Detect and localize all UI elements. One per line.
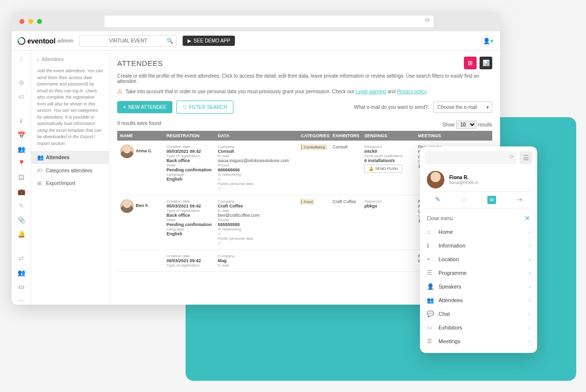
sidebar-item-attendees[interactable]: 👥 Attendees xyxy=(31,151,109,164)
page-description: Create or edit the profile of the event … xyxy=(117,73,492,84)
browser-titlebar xyxy=(12,12,500,31)
chat-icon: 💬 xyxy=(427,310,434,317)
grid-icon: ⊞ xyxy=(37,180,43,186)
maximize-window-icon[interactable] xyxy=(37,19,42,24)
page-title: ATTENDEES xyxy=(117,59,163,67)
close-window-icon[interactable] xyxy=(20,19,24,24)
search-icon: 🔍 xyxy=(167,38,173,44)
profile-email: fiona@mollit.in xyxy=(449,180,478,185)
chevron-right-icon: › xyxy=(529,298,530,303)
menu-item-chat[interactable]: 💬Chat› xyxy=(425,307,532,321)
category-badge: Consultancy xyxy=(301,144,327,150)
chevron-right-icon: › xyxy=(529,339,530,344)
tag-icon: 🏷 xyxy=(37,167,43,173)
chevron-right-icon: › xyxy=(529,229,530,235)
menu-item-exhibitors[interactable]: ▭Exhibitors› xyxy=(425,321,532,334)
warning-icon: ⚠ xyxy=(117,88,123,95)
attendees-rail-icon[interactable]: 👥 xyxy=(18,269,25,276)
breadcrumb[interactable]: ‹ Attendees xyxy=(31,55,109,64)
check-icon: ✓ xyxy=(218,241,295,246)
bell-icon[interactable]: 🔔 xyxy=(18,230,25,238)
mobile-menu: ☰ Fiona R. fiona@mollit.in ✎ ☆ ✉ ⇥ Close… xyxy=(420,146,537,353)
mail-icon[interactable]: ✉ xyxy=(487,196,496,204)
logo-icon xyxy=(16,35,27,46)
sidebar: ‹ Attendees Add the event attendees. You… xyxy=(31,51,109,305)
users-icon: 👥 xyxy=(37,154,43,161)
mobile-search[interactable] xyxy=(425,151,517,164)
privacy-link[interactable]: Privacy policy xyxy=(397,89,426,94)
sidebar-item-export[interactable]: ⊞ Export/Import xyxy=(31,177,109,190)
chevron-right-icon: › xyxy=(529,311,530,317)
play-icon: ▶ xyxy=(188,38,191,43)
menu-item-home[interactable]: ⌂Home› xyxy=(425,225,532,239)
see-demo-button[interactable]: ▶ SEE DEMO APP xyxy=(183,36,235,46)
url-bar[interactable] xyxy=(105,16,434,27)
info-icon: ℹ xyxy=(427,242,434,249)
minimize-window-icon[interactable] xyxy=(28,19,33,24)
home-icon: ⌂ xyxy=(427,228,434,235)
event-search[interactable]: VIRTUAL EVENT 🔍 xyxy=(79,35,177,47)
results-count: 8 results were found xyxy=(117,121,161,129)
legal-link[interactable]: Legal warning xyxy=(356,89,386,94)
avatar xyxy=(120,144,134,158)
meetings-icon: 🗓 xyxy=(427,338,434,345)
plus-icon: + xyxy=(123,104,126,110)
avatar xyxy=(427,171,444,188)
speakers-icon: 👤 xyxy=(427,283,434,290)
share-icon[interactable]: ⇄ xyxy=(18,255,25,262)
menu-item-information[interactable]: ℹInformation› xyxy=(425,239,532,252)
check-icon: ✓ xyxy=(218,231,295,236)
image-icon[interactable]: 🖼 xyxy=(18,174,25,181)
tag-icon[interactable]: 🏷 xyxy=(18,93,25,101)
icon-rail: ⌂ ⚙ 🏷 🌡 📅 👥 📍 🖼 💼 ✎ 📎 🔔 ⇄ 👥 🎟 〰 xyxy=(12,51,31,305)
attendees-icon: 👥 xyxy=(427,297,434,304)
user-menu-button[interactable]: 👤▾ xyxy=(481,35,494,47)
new-attendee-button[interactable]: + NEW ATTENDEE xyxy=(117,101,172,113)
avatar xyxy=(120,199,134,213)
settings-icon[interactable]: ⚙ xyxy=(18,79,25,86)
logout-icon[interactable]: ⇥ xyxy=(517,196,522,204)
sidebar-item-categories[interactable]: 🏷 Categories attendees xyxy=(31,164,109,177)
programme-icon: ☰ xyxy=(427,269,434,276)
home-icon[interactable]: ⌂ xyxy=(18,55,25,62)
event-search-value: VIRTUAL EVENT xyxy=(109,38,147,43)
thermometer-icon[interactable]: 🌡 xyxy=(18,117,25,124)
star-icon[interactable]: ☆ xyxy=(461,196,467,204)
menu-item-meetings[interactable]: 🗓Meetings› xyxy=(425,334,532,348)
table-header: NAME REGISTRATION DATA CATEGORIES EXHIBI… xyxy=(117,131,492,141)
tree-view-button[interactable]: ⊞ xyxy=(464,57,477,69)
filter-search-button[interactable]: ▽ FILTER SEARCH xyxy=(176,101,233,114)
exhibitors-icon: ▭ xyxy=(427,324,434,331)
users-icon[interactable]: 👥 xyxy=(18,145,25,153)
menu-icon[interactable]: ☰ xyxy=(520,151,532,164)
edit-icon[interactable]: ✎ xyxy=(18,202,25,209)
app-header: eventool admon VIRTUAL EVENT 🔍 ▶ SEE DEM… xyxy=(12,31,500,51)
calendar-icon[interactable]: 📅 xyxy=(18,131,25,139)
brand-text: eventool xyxy=(27,37,56,45)
page-size-select[interactable]: 10 xyxy=(456,121,477,129)
profile-row[interactable]: Fiona R. fiona@mollit.in xyxy=(425,168,532,191)
send-push-button[interactable]: 🔔 SEND PUSH xyxy=(364,165,402,173)
menu-item-speakers[interactable]: 👤Speakers› xyxy=(425,280,532,293)
ticket-icon[interactable]: 🎟 xyxy=(18,283,25,290)
location-icon[interactable]: 📍 xyxy=(18,160,25,167)
close-menu-label: Close menu xyxy=(427,216,453,221)
menu-item-attendees[interactable]: 👥Attendees› xyxy=(425,293,532,307)
wave-icon[interactable]: 〰 xyxy=(18,297,25,305)
logo[interactable]: eventool admon xyxy=(18,37,73,45)
menu-item-location[interactable]: ⌖Location› xyxy=(425,252,532,266)
menu-item-programme[interactable]: ☰Programme› xyxy=(425,266,532,280)
chevron-right-icon: › xyxy=(529,284,530,289)
chevron-right-icon: › xyxy=(529,243,530,248)
edit-icon[interactable]: ✎ xyxy=(435,196,440,204)
help-text: Add the event attendees. You can send th… xyxy=(31,64,109,151)
stats-button[interactable]: 📊 xyxy=(480,57,492,69)
admin-label: admon xyxy=(58,38,74,43)
chevron-left-icon: ‹ xyxy=(37,57,39,62)
chevron-right-icon: › xyxy=(529,270,530,276)
attach-icon[interactable]: 📎 xyxy=(18,216,25,224)
close-icon[interactable]: ✕ xyxy=(524,214,530,222)
email-select[interactable]: Choose the e-mail xyxy=(433,102,492,113)
briefcase-icon[interactable]: 💼 xyxy=(18,188,25,195)
chevron-right-icon: › xyxy=(529,257,530,262)
